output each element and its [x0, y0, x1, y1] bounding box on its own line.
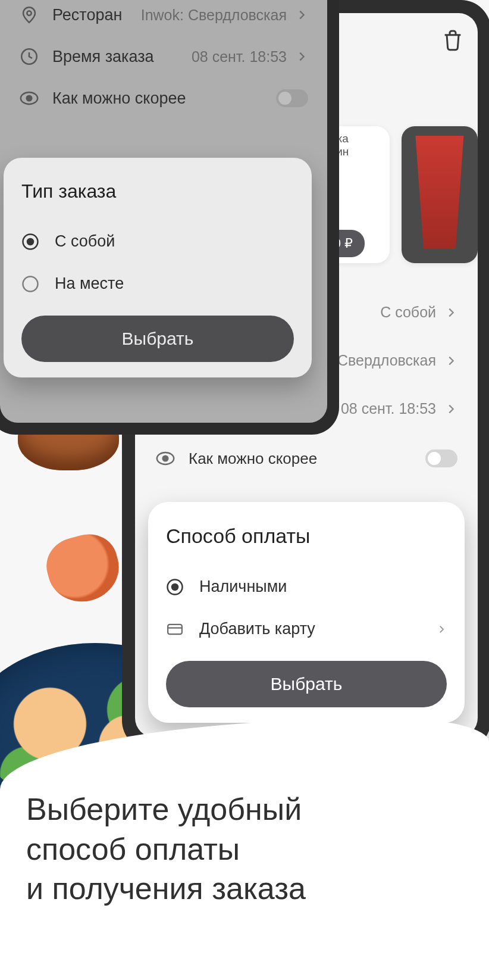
headline-line: Выберите удобный: [26, 792, 302, 826]
row-value: Inwok: Свердловская: [141, 7, 287, 24]
promo-footer: Выберите удобный способ оплаты и получен…: [0, 718, 489, 980]
order-type-dinein[interactable]: На месте: [21, 263, 294, 305]
row-value: 08 сент. 18:53: [341, 400, 436, 417]
chevron-right-icon: [295, 8, 308, 21]
row-time[interactable]: Время заказа 08 сент. 18:53: [0, 36, 327, 77]
svg-point-11: [27, 238, 35, 245]
svg-rect-4: [168, 624, 182, 633]
speed-icon: [155, 448, 175, 469]
svg-point-1: [163, 456, 168, 461]
payment-option-add-card[interactable]: Добавить карту: [166, 608, 447, 650]
chevron-right-icon: [436, 624, 447, 635]
row-value: 08 сент. 18:53: [192, 48, 287, 65]
chevron-right-icon: [444, 306, 457, 319]
svg-point-12: [23, 276, 38, 291]
chevron-right-icon: [444, 402, 457, 416]
modal-title: Способ оплаты: [166, 525, 447, 548]
location-icon: [19, 5, 39, 25]
toggle-switch[interactable]: [425, 450, 457, 467]
chevron-right-icon: [444, 354, 457, 367]
svg-point-6: [27, 11, 31, 15]
trash-icon[interactable]: [441, 28, 465, 52]
row-restaurant[interactable]: Ресторан Inwok: Свердловская: [0, 0, 327, 36]
row-label: Время заказа: [52, 48, 154, 66]
card-icon: [166, 620, 184, 638]
headline-line: и получения заказа: [26, 871, 306, 906]
payment-option-cash[interactable]: Наличными: [166, 566, 447, 608]
product-card-photo[interactable]: [402, 126, 478, 263]
svg-point-9: [27, 96, 32, 101]
button-label: Выбрать: [122, 329, 194, 349]
order-type-takeaway[interactable]: С собой: [21, 220, 294, 263]
row-value: С собой: [380, 304, 436, 321]
radio-unselected-icon: [21, 275, 39, 293]
phone-mockup-rear: Ресторан Inwok: Свердловская Время заказ…: [0, 0, 339, 435]
select-button[interactable]: Выбрать: [166, 661, 447, 707]
row-asap[interactable]: Как можно скорее: [135, 433, 478, 484]
row-asap[interactable]: Как можно скорее: [0, 77, 327, 119]
modal-title: Тип заказа: [21, 180, 294, 202]
row-label: Как можно скорее: [189, 450, 317, 468]
clock-icon: [19, 46, 39, 67]
option-label: С собой: [55, 232, 115, 251]
toggle-switch[interactable]: [276, 89, 308, 107]
row-label: Ресторан: [52, 6, 122, 24]
option-label: На месте: [55, 274, 124, 293]
chevron-right-icon: [295, 50, 308, 63]
row-label: Как можно скорее: [52, 89, 186, 108]
drink-image: [413, 136, 466, 249]
row-value: : Свердловская: [329, 352, 436, 369]
option-label: Наличными: [199, 578, 287, 596]
headline-line: способ оплаты: [26, 832, 240, 866]
select-button[interactable]: Выбрать: [21, 316, 294, 362]
button-label: Выбрать: [271, 674, 343, 694]
payment-modal: Способ оплаты Наличными Добавить карту: [148, 502, 465, 723]
radio-selected-icon: [166, 578, 184, 596]
option-label: Добавить карту: [199, 620, 315, 638]
speed-icon: [19, 88, 39, 108]
svg-point-3: [171, 583, 179, 591]
order-type-modal: Тип заказа С собой На месте Выбрать: [4, 158, 312, 377]
radio-selected-icon: [21, 233, 39, 251]
